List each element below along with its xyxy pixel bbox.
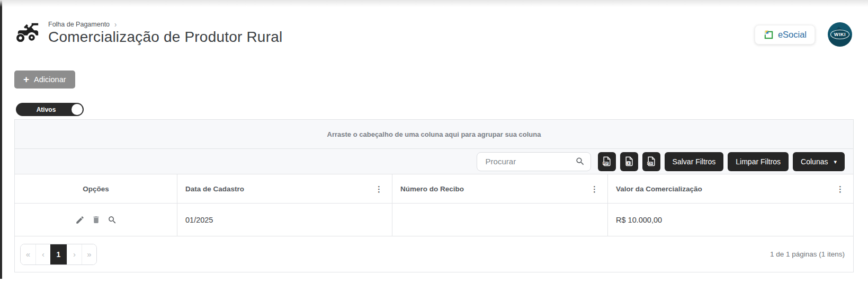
search-box	[477, 152, 591, 171]
pagination-next-button[interactable]: ›	[67, 244, 82, 264]
wiki-badge[interactable]: WIKI	[828, 22, 852, 47]
edit-icon[interactable]	[75, 215, 85, 225]
pagination-prev-button[interactable]: ‹	[35, 244, 50, 264]
cell-data-de-cadastro: 01/2025	[177, 204, 392, 236]
column-header-valor-da-comercializacao[interactable]: Valor da Comercialização ⋮	[607, 174, 853, 203]
column-header-data-de-cadastro[interactable]: Data de Cadastro ⋮	[177, 174, 392, 203]
column-header-numero-do-recibo[interactable]: Número do Recibo ⋮	[392, 174, 607, 203]
pagination-summary: 1 de 1 páginas (1 itens)	[770, 250, 845, 258]
pagination-first-button[interactable]: «	[21, 244, 35, 264]
grid-toolbar: PDF X CSV	[15, 149, 853, 174]
add-button[interactable]: + Adicionar	[14, 70, 75, 89]
csv-file-icon: CSV	[647, 156, 656, 166]
search-icon[interactable]	[575, 156, 585, 166]
svg-text:X: X	[628, 162, 630, 165]
columns-button[interactable]: Colunas ▾	[793, 152, 845, 171]
group-drop-zone[interactable]: Arraste o cabeçalho de uma coluna aqui p…	[15, 120, 853, 149]
column-menu-icon[interactable]: ⋮	[589, 185, 599, 193]
svg-text:PDF: PDF	[603, 162, 608, 165]
tractor-icon	[14, 21, 42, 46]
active-filter-toggle[interactable]: Ativos	[16, 103, 84, 116]
grid-footer: « ‹ 1 › » 1 de 1 páginas (1 itens)	[15, 236, 853, 272]
table-header-row: Opções Data de Cadastro ⋮ Número do Reci…	[15, 174, 853, 204]
page-title: Comercialização de Produtor Rural	[48, 29, 282, 46]
active-toggle-label: Ativos	[37, 106, 56, 113]
esocial-button[interactable]: eSocial	[755, 25, 815, 45]
table-row: 01/2025 R$ 10.000,00	[15, 204, 853, 236]
cell-numero-do-recibo	[392, 204, 607, 236]
column-header-opcoes[interactable]: Opções	[15, 174, 177, 203]
pagination-last-button[interactable]: »	[82, 244, 96, 264]
columns-button-label: Colunas	[801, 157, 828, 166]
group-drop-hint: Arraste o cabeçalho de uma coluna aqui p…	[327, 130, 541, 138]
cell-valor-da-comercializacao: R$ 10.000,00	[607, 204, 853, 236]
esocial-button-label: eSocial	[778, 30, 807, 40]
header-right: eSocial WIKI	[755, 20, 852, 47]
xls-file-icon: X	[624, 156, 633, 166]
row-options-cell	[15, 204, 177, 236]
plus-icon: +	[23, 74, 29, 84]
column-menu-icon[interactable]: ⋮	[374, 185, 384, 193]
svg-text:CSV: CSV	[648, 162, 653, 165]
top-shadow	[0, 0, 868, 7]
breadcrumb-chevron-icon: ›	[114, 20, 117, 29]
pagination: « ‹ 1 › »	[20, 244, 97, 265]
search-input[interactable]	[485, 156, 575, 166]
breadcrumb: Folha de Pagamento ›	[48, 20, 282, 28]
export-csv-button[interactable]: CSV	[642, 152, 660, 171]
pdf-file-icon: PDF	[602, 156, 611, 166]
export-xls-button[interactable]: X	[620, 152, 638, 171]
clear-filters-button[interactable]: Limpar Filtros	[728, 152, 789, 171]
chevron-down-icon: ▾	[834, 158, 837, 165]
export-pdf-button[interactable]: PDF	[598, 152, 616, 171]
column-menu-icon[interactable]: ⋮	[835, 185, 845, 193]
esocial-logo-icon	[763, 29, 774, 40]
title-block: Folha de Pagamento › Comercialização de …	[48, 20, 282, 46]
delete-icon[interactable]	[92, 215, 101, 224]
pagination-page-1-button[interactable]: 1	[50, 244, 67, 264]
wiki-badge-label: WIKI	[830, 30, 849, 39]
page-header: Folha de Pagamento › Comercialização de …	[14, 20, 852, 49]
toggle-knob	[71, 104, 83, 115]
sidebar-edge-strip	[0, 0, 2, 279]
view-icon[interactable]	[108, 215, 117, 225]
add-button-label: Adicionar	[34, 75, 66, 84]
breadcrumb-link-folha-de-pagamento[interactable]: Folha de Pagamento	[48, 21, 110, 28]
row-actions	[75, 215, 117, 225]
save-filters-button[interactable]: Salvar Filtros	[665, 152, 724, 171]
data-grid: Arraste o cabeçalho de uma coluna aqui p…	[14, 119, 854, 272]
